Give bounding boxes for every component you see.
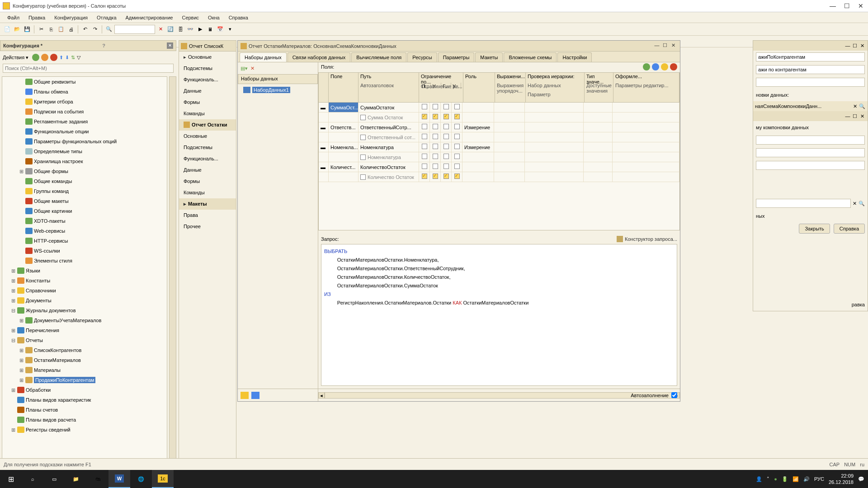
configuration-tree[interactable]: Общие реквизитыПланы обменаКритерии отбо… [2,76,167,464]
rp2-close[interactable]: ✕ [859,113,866,119]
tree-item[interactable]: ⊞Материалы [2,365,167,375]
editor-close[interactable]: ✕ [669,42,677,50]
editor-tab[interactable]: Вложенные схемы [504,52,557,62]
store-icon[interactable]: 🛍 [87,470,108,488]
wifi-icon[interactable]: 📶 [793,476,799,482]
menu-debug[interactable]: Отладка [93,14,120,22]
db-icon[interactable]: 🗄 [176,25,185,34]
editor-minimize[interactable]: — [653,42,661,50]
mid-item[interactable]: Функциональ... [179,74,236,85]
tree-item[interactable]: Планы обмена [2,87,167,97]
save-icon[interactable]: 💾 [23,25,32,34]
copy-icon[interactable]: ⎘ [47,25,56,34]
tree-item[interactable]: ⊞Константы [2,276,167,286]
tree-item[interactable]: ⊟Журналы документов [2,305,167,315]
editor-tab[interactable]: Ресурсы [407,52,437,62]
field-del-icon[interactable] [670,63,677,70]
fields-table[interactable]: Поле ПутьАвтозаголовок Ограничение по...… [318,72,680,230]
cal-icon[interactable]: 📅 [216,25,225,34]
field-row-auto[interactable]: Ответственный сот... [319,132,679,142]
menu-edit[interactable]: Правка [25,14,49,22]
open-icon[interactable]: 📂 [13,25,22,34]
query-builder-button[interactable]: Конструктор запроса... [617,236,677,242]
chrome-icon[interactable]: 🌐 [130,470,152,488]
up-icon[interactable]: ⬆ [59,55,63,61]
menu-configuration[interactable]: Конфигурация [51,14,91,22]
rp2-min[interactable]: — [844,113,851,119]
tree-item[interactable]: Планы счетов [2,405,167,415]
down-icon[interactable]: ⬇ [65,55,69,61]
config-search-input[interactable] [3,64,174,73]
tree-item[interactable]: ⊞ПродажиПоКонтрагентам [2,375,167,385]
editor-tab[interactable]: Настройки [557,52,592,62]
calc-icon[interactable]: 🖩 [206,25,215,34]
tree-item[interactable]: XDTO-пакеты [2,216,167,226]
close-button[interactable]: Закрыть [799,224,830,234]
dataset-node[interactable]: НаборДанных1 [239,85,317,95]
tree-item[interactable]: WS-ссылки [2,246,167,256]
people-icon[interactable]: 👤 [756,476,762,482]
remove-dataset-icon[interactable]: ✕ [250,66,255,71]
tree-item[interactable]: Группы команд [2,186,167,196]
start-button[interactable]: ⊞ [0,470,22,488]
tray-lang[interactable]: РУС [814,476,824,482]
rp-close[interactable]: ✕ [859,43,866,49]
save-schema-icon[interactable] [251,392,259,399]
tree-item[interactable]: ⊞Перечисления [2,325,167,335]
tree-item[interactable]: Общие макеты [2,196,167,206]
mid-item[interactable]: Команды [179,187,236,198]
rp-i4[interactable] [756,199,851,208]
rp-find-icon[interactable]: 🔍 [859,201,865,206]
minimize-button[interactable]: — [830,2,836,9]
tree-item[interactable]: ⊞Регистры сведений [2,425,167,435]
menu-windows[interactable]: Окна [204,14,223,22]
menu-service[interactable]: Сервис [178,14,203,22]
refresh-icon[interactable]: 🔄 [166,25,175,34]
mid-item[interactable]: Команды [179,108,236,119]
rp-i3[interactable] [756,161,865,170]
redo-icon[interactable]: ↷ [90,25,99,34]
tray-av-icon[interactable]: ● [774,476,777,482]
mid-item[interactable]: Данные [179,85,236,97]
field-expand-icon[interactable] [652,63,659,70]
field-row[interactable]: ▬ Номенкла... Номенклатура Измерение [319,142,679,152]
editor-tab[interactable]: Параметры [438,52,475,62]
explorer-icon[interactable]: 📁 [65,470,87,488]
tree-item[interactable]: Общие реквизиты [2,77,167,87]
rp-name-input[interactable] [756,52,865,61]
autofill-checkbox[interactable] [671,392,677,398]
tray-up-icon[interactable]: ˄ [767,476,769,482]
mid-item[interactable]: Подсистемы [179,142,236,153]
tree-item[interactable]: Web-сервисы [2,226,167,236]
tray-clock[interactable]: 22:09 26.12.2018 [829,473,854,485]
tree-item[interactable]: ⊞Документы [2,296,167,305]
field-row[interactable]: ▬ СуммаОст... СуммаОстаток [319,103,679,113]
edit-icon[interactable] [41,54,48,61]
rp-max[interactable]: ☐ [851,43,859,49]
undo-icon[interactable]: ↶ [80,25,90,34]
mid-item[interactable]: ▸Основные [179,52,236,63]
notifications-icon[interactable]: 💬 [858,476,864,482]
tree-item[interactable]: Хранилища настроек [2,156,167,166]
tree-item[interactable]: Общие картинки [2,206,167,216]
editor-tab[interactable]: Наборы данных [240,52,287,62]
tree-item[interactable]: Определяемые типы [2,146,167,156]
tree-item[interactable]: Параметры функциональных опций [2,136,167,146]
tree-item[interactable]: HTTP-сервисы [2,236,167,246]
editor-tab[interactable]: Вычисляемые поля [351,52,406,62]
tree-item[interactable]: Общие команды [2,176,167,186]
menu-file[interactable]: Файл [4,14,23,22]
field-row-auto[interactable]: Количество Остаток [319,172,679,182]
field-row-auto[interactable]: Номенклатура [319,152,679,162]
new-icon[interactable]: 📄 [3,25,12,34]
rp-tab-find[interactable]: 🔍 [859,103,866,109]
toolbar-search[interactable] [114,25,155,34]
tree-item[interactable]: ⊞Справочники [2,286,167,296]
tree-item[interactable]: Критерии отбора [2,97,167,107]
syntax-icon[interactable]: 👓 [186,25,195,34]
tree-item[interactable]: ⊞СписокКонтрагентов [2,345,167,355]
tree-item[interactable]: ⊞ДокументыУчетаМатериалов [2,315,167,325]
add-dataset-icon[interactable]: ▤▾ [241,66,248,71]
tree-item[interactable]: ⊞ОстаткиМатериалов [2,355,167,365]
run-icon[interactable]: ▶ [196,25,205,34]
